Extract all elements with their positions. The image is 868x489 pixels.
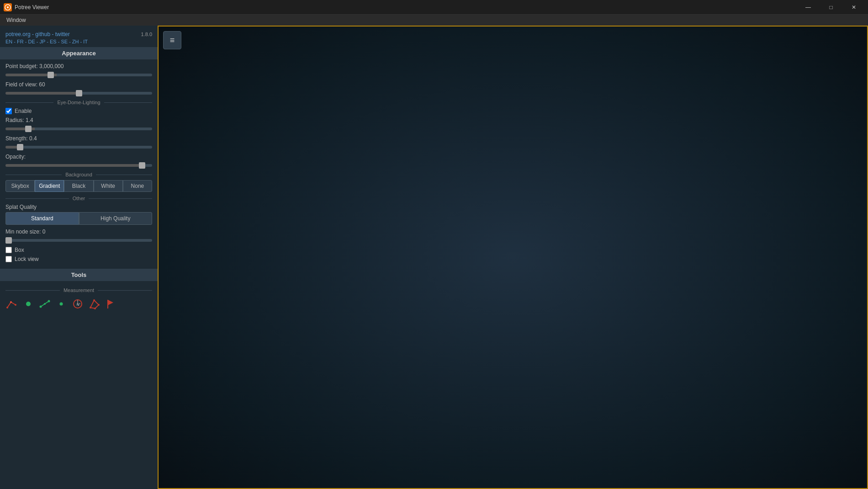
svg-point-6 <box>15 304 16 306</box>
background-label: Background <box>62 172 96 177</box>
fov-row: Field of view: 60 <box>5 81 152 96</box>
other-divider: Other <box>5 196 152 201</box>
opacity-slider[interactable] <box>5 164 152 167</box>
svg-point-1 <box>7 6 9 8</box>
area-measure-icon[interactable] <box>88 298 101 310</box>
fov-label: Field of view: 60 <box>5 81 152 88</box>
lock-view-checkbox[interactable] <box>5 256 12 262</box>
window-title: Potree Viewer <box>15 4 798 11</box>
titlebar: Potree Viewer — □ ✕ <box>0 0 868 15</box>
strength-row: Strength: 0.4 <box>5 135 152 150</box>
close-button[interactable]: ✕ <box>843 0 864 15</box>
bg-gradient-btn[interactable]: Gradient <box>35 180 64 192</box>
svg-point-10 <box>44 303 46 305</box>
viewport: ≡ <box>158 26 868 489</box>
site-links[interactable]: potree.org - github - twitter <box>5 31 70 37</box>
point-measure-icon[interactable] <box>22 298 35 310</box>
app-icon <box>4 3 12 11</box>
point-budget-label: Point budget: 3,000,000 <box>5 63 152 69</box>
strength-label: Strength: 0.4 <box>5 135 152 142</box>
svg-point-4 <box>6 307 8 308</box>
distance-measure-icon[interactable] <box>5 298 18 310</box>
svg-point-19 <box>98 304 100 306</box>
line-measure-icon[interactable] <box>38 298 51 310</box>
lock-view-label: Lock view <box>15 256 39 262</box>
edl-enable-row: Enable <box>5 108 152 114</box>
splat-high-quality-btn[interactable]: High Quality <box>79 212 153 225</box>
svg-point-17 <box>90 307 91 308</box>
version-label: 1.8.0 <box>141 32 152 37</box>
lock-view-row: Lock view <box>5 256 152 262</box>
appearance-section-header[interactable]: Appearance <box>0 47 158 59</box>
minimize-button[interactable]: — <box>798 0 819 15</box>
measurement-divider: Measurement <box>5 287 152 293</box>
background-btn-group: Skybox Gradient Black White None <box>5 180 152 192</box>
min-node-slider[interactable] <box>5 239 152 242</box>
maximize-button[interactable]: □ <box>820 0 842 15</box>
svg-point-20 <box>94 308 96 309</box>
svg-text:N°: N° <box>77 303 80 306</box>
svg-point-11 <box>48 300 50 303</box>
menubar: Window <box>0 15 868 26</box>
appearance-panel: Point budget: 3,000,000 Field of view: 6… <box>0 59 158 269</box>
sidebar: potree.org - github - twitter 1.8.0 EN -… <box>0 26 158 489</box>
min-node-label: Min node size: 0 <box>5 229 152 235</box>
version-lang-row: potree.org - github - twitter 1.8.0 <box>5 31 152 37</box>
bg-black-btn[interactable]: Black <box>64 180 93 192</box>
radius-slider[interactable] <box>5 128 152 130</box>
other-label: Other <box>69 196 89 201</box>
point-budget-row: Point budget: 3,000,000 <box>5 63 152 78</box>
dot-measure-icon[interactable] <box>55 298 68 310</box>
splat-standard-btn[interactable]: Standard <box>5 212 79 225</box>
measurement-icons-row: N° <box>5 296 152 312</box>
radius-label: Radius: 1.4 <box>5 117 152 123</box>
background-divider: Background <box>5 172 152 177</box>
svg-point-9 <box>40 306 42 308</box>
opacity-row: Opacity: <box>5 154 152 168</box>
angle-measure-icon[interactable]: N° <box>71 298 84 310</box>
point-budget-slider[interactable] <box>5 74 152 76</box>
opacity-label: Opacity: <box>5 154 152 160</box>
svg-point-7 <box>26 302 31 306</box>
fov-slider[interactable] <box>5 92 152 95</box>
lang-links[interactable]: EN - FR - DE - JP - ES - SE - ZH - IT <box>5 39 152 44</box>
edl-enable-checkbox[interactable] <box>5 108 12 114</box>
svg-point-12 <box>60 303 63 306</box>
bg-white-btn[interactable]: White <box>94 180 123 192</box>
splat-quality-label: Splat Quality <box>5 204 152 210</box>
window-controls: — □ ✕ <box>798 0 864 15</box>
marker-measure-icon[interactable] <box>104 298 117 310</box>
bg-skybox-btn[interactable]: Skybox <box>5 180 35 192</box>
box-row: Box <box>5 247 152 253</box>
main-layout: potree.org - github - twitter 1.8.0 EN -… <box>0 26 868 489</box>
edl-divider: Eye-Dome-Lighting <box>5 100 152 105</box>
splat-quality-btn-group: Standard High Quality <box>5 212 152 225</box>
min-node-row: Min node size: 0 <box>5 229 152 243</box>
measurement-label: Measurement <box>60 287 98 293</box>
svg-marker-16 <box>90 300 99 308</box>
radius-row: Radius: 1.4 <box>5 117 152 132</box>
window-menu-item[interactable]: Window <box>4 17 29 23</box>
edl-label: Eye-Dome-Lighting <box>53 100 104 105</box>
svg-point-5 <box>10 301 12 303</box>
header-info: potree.org - github - twitter 1.8.0 EN -… <box>0 26 158 47</box>
tools-section-header[interactable]: Tools <box>0 269 158 281</box>
box-checkbox[interactable] <box>5 247 12 253</box>
strength-slider[interactable] <box>5 146 152 149</box>
hamburger-icon: ≡ <box>170 36 175 45</box>
svg-line-2 <box>7 302 11 308</box>
box-label: Box <box>15 247 24 253</box>
tools-panel: Measurement <box>0 281 158 316</box>
menu-toggle-button[interactable]: ≡ <box>163 31 181 49</box>
svg-point-18 <box>93 299 95 301</box>
edl-enable-label: Enable <box>15 108 32 114</box>
bg-none-btn[interactable]: None <box>123 180 152 192</box>
